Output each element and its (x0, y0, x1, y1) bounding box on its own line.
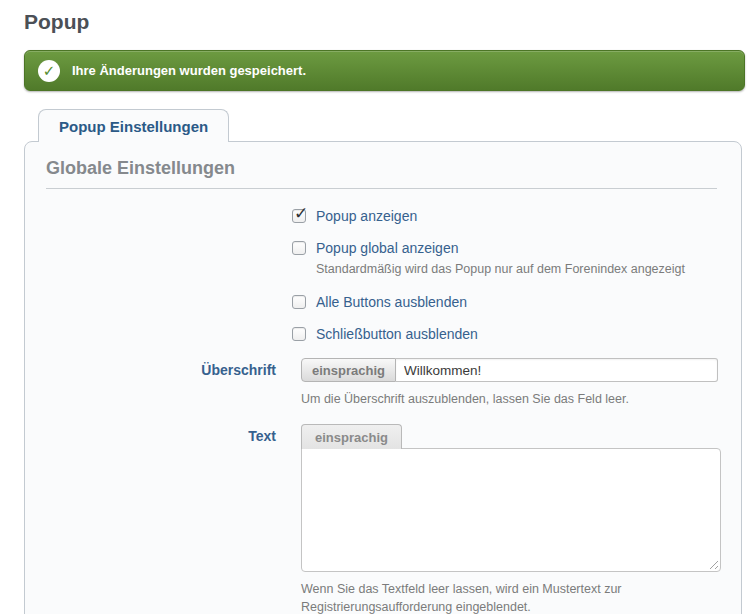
field-label-text: Text (46, 424, 276, 614)
checkbox-label[interactable]: Popup global anzeigen (316, 240, 458, 256)
checkbox-schliessbutton-ausblenden[interactable] (292, 327, 306, 341)
success-message: Ihre Änderungen wurden gespeichert. (72, 63, 306, 78)
checkbox-row-alle-buttons-ausblenden: Alle Buttons ausblenden (292, 294, 717, 310)
checkbox-row-popup-global-anzeigen: Popup global anzeigen Standardmäßig wird… (292, 240, 717, 278)
field-row-ueberschrift: Überschrift einsprachig Um die Überschri… (46, 358, 717, 408)
section-heading: Globale Einstellungen (46, 158, 717, 189)
tab-bar: Popup Einstellungen (38, 109, 755, 141)
checkbox-description: Standardmäßig wird das Popup nur auf dem… (316, 260, 717, 278)
checkbox-row-popup-anzeigen: Popup anzeigen (292, 208, 717, 224)
checkbox-alle-buttons-ausblenden[interactable] (292, 295, 306, 309)
checkbox-popup-global-anzeigen[interactable] (292, 241, 306, 255)
field-row-text: Text einsprachig Wenn Sie das Textfeld l… (46, 424, 717, 614)
checkbox-label[interactable]: Alle Buttons ausblenden (316, 294, 467, 310)
checkbox-label[interactable]: Schließbutton ausblenden (316, 326, 478, 342)
field-description: Wenn Sie das Textfeld leer lassen, wird … (301, 580, 721, 614)
ueberschrift-input[interactable] (396, 358, 718, 382)
tab-popup-einstellungen[interactable]: Popup Einstellungen (38, 109, 229, 142)
checkbox-label[interactable]: Popup anzeigen (316, 208, 417, 224)
page-title: Popup (24, 10, 755, 34)
success-banner: Ihre Änderungen wurden gespeichert. (24, 50, 745, 91)
text-textarea[interactable] (301, 448, 721, 572)
checkbox-popup-anzeigen[interactable] (292, 209, 306, 223)
settings-panel: Globale Einstellungen Popup anzeigen Pop… (24, 141, 742, 614)
success-check-icon (38, 60, 60, 82)
checkbox-row-schliessbutton-ausblenden: Schließbutton ausblenden (292, 326, 717, 342)
language-tab[interactable]: einsprachig (301, 424, 402, 449)
language-button[interactable]: einsprachig (301, 358, 396, 382)
field-label-ueberschrift: Überschrift (46, 358, 276, 408)
field-description: Um die Überschrift auszublenden, lassen … (301, 390, 718, 408)
